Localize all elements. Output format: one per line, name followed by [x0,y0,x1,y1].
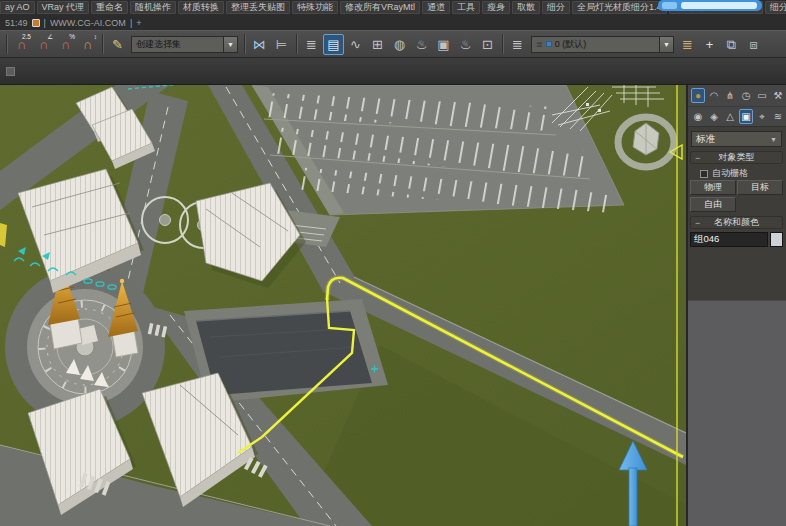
object-type-dropdown[interactable]: 标准 ▼ [691,131,782,147]
angle-snap-icon[interactable]: ∩∠ [33,34,54,55]
object-color-swatch[interactable] [770,232,783,247]
helpers-category-icon[interactable]: ⌖ [755,109,769,124]
menu-item[interactable]: 全局灯光材质细分1.4 [572,1,667,14]
rollout-name-color[interactable]: − 名称和颜色 [690,216,783,229]
autogrid-row: 自动栅格 [700,167,748,180]
video-time: 51:49 [5,18,28,28]
utilities-tab[interactable]: ⚒ [771,88,785,103]
free-camera-button[interactable]: 自由 [690,197,736,212]
toolbar-sub-strip [0,58,786,85]
tab-glyph: ◷ [742,90,751,101]
icon-glyph: ∩ [83,38,92,51]
dropdown-arrow-icon[interactable]: ▼ [659,36,674,53]
graphite-ribbon-icon[interactable]: ▤ [323,34,344,55]
menu-item[interactable]: 整理丢失贴图 [226,1,290,14]
curve-editor-icon[interactable]: ∿ [345,34,366,55]
snap-toggle-icon[interactable]: ∩2.5 [11,34,32,55]
video-overlay-badge [662,2,677,9]
menu-item[interactable]: 重命名 [91,1,128,14]
display-tab[interactable]: ▭ [755,88,769,103]
icon-glyph: ≣ [512,38,523,51]
icon-glyph: ∿ [350,38,361,51]
category-glyph: ≋ [774,111,782,122]
align-icon[interactable]: ⊨ [271,34,292,55]
menu-item[interactable]: 取散 [512,1,540,14]
rollout-title: 对象类型 [719,151,755,164]
collapse-icon[interactable]: − [695,218,700,228]
add-selection-to-layer-icon[interactable]: ⧉ [721,34,742,55]
icon-glyph: ≣ [306,38,317,51]
menu-item[interactable]: 工具 [452,1,480,14]
render-setup-icon[interactable]: ♨ [411,34,432,55]
rollout-object-type[interactable]: − 对象类型 [690,151,783,164]
video-overlay-bar [681,2,757,9]
geometry-category-icon[interactable]: ◉ [691,109,705,124]
create-tab[interactable]: ● [691,88,705,103]
spinner-snap-icon[interactable]: ∩↕ [77,34,98,55]
manage-layers-icon[interactable]: ≣ [507,34,528,55]
edit-named-selection-sets-icon[interactable]: ✎ [107,34,128,55]
autogrid-checkbox[interactable] [700,170,708,178]
spacewarps-category-icon[interactable]: ≋ [771,109,785,124]
menu-item[interactable]: 特殊功能 [292,1,338,14]
material-editor-icon[interactable]: ◍ [389,34,410,55]
icon-glyph: ⋈ [253,38,266,51]
separator: | [44,18,46,28]
rendered-frame-window-icon[interactable]: ▣ [433,34,454,55]
menu-item[interactable]: 随机操作 [130,1,176,14]
render-elements-icon[interactable]: ⊡ [477,34,498,55]
lights-category-icon[interactable]: △ [723,109,737,124]
command-panel-tabs: ●◠⋔◷▭⚒ [688,85,786,107]
icon-glyph: ▣ [437,38,449,51]
category-glyph: ⌖ [759,111,765,123]
schematic-view-icon[interactable]: ⊞ [367,34,388,55]
cameras-category-icon[interactable]: ▣ [739,109,753,124]
layer-manager-icon[interactable]: ≣ [301,34,322,55]
menu-item[interactable]: 通道 [422,1,450,14]
menu-item[interactable]: VRay 代理 [37,1,90,14]
toolbar-separator [502,34,503,54]
layer-mini-icon: ≣ [536,40,543,49]
motion-tab[interactable]: ◷ [739,88,753,103]
icon-glyph: + [706,38,714,51]
icon-glyph: ⊞ [372,38,383,51]
collapse-icon[interactable]: − [695,153,700,163]
toolbar-separator [102,34,103,54]
menu-item[interactable]: 细分 [542,1,570,14]
shapes-category-icon[interactable]: ◈ [707,109,721,124]
tab-glyph: ⚒ [774,90,783,101]
icon-glyph: ≣ [682,38,693,51]
watermark-row: 51:49 | WWW.CG-AI.COM | + [0,15,786,30]
dropdown-arrow-icon[interactable]: ▼ [223,36,238,53]
tab-glyph: ⋔ [726,90,734,101]
percent-snap-icon[interactable]: ∩% [55,34,76,55]
icon-glyph: ⧉ [727,38,736,51]
render-production-icon[interactable]: ♨ [455,34,476,55]
hierarchy-tab[interactable]: ⋔ [723,88,737,103]
menu-item[interactable]: 细分 [765,1,786,14]
name-color-row: 组046 [690,232,783,247]
target-camera-button[interactable]: 目标 [737,180,783,195]
select-objects-in-layer-icon[interactable]: ⧈ [743,34,764,55]
icon-glyph: ⊨ [276,38,287,51]
viewport-3d[interactable] [0,85,686,526]
menu-item[interactable]: ay AO [0,1,35,14]
selection-set-value: 创建选择集 [136,38,181,51]
icon-glyph: ▤ [327,38,339,51]
menu-item[interactable]: 修改所有VRayMtl [340,1,420,14]
named-selection-set-dropdown[interactable]: 创建选择集 ▼ [131,36,238,53]
object-name-field[interactable]: 组046 [690,232,768,247]
tab-glyph: ◠ [710,90,719,101]
chevron-down-icon: ▼ [770,136,777,143]
object-type-value: 标准 [696,133,715,146]
icon-glyph: ♨ [416,38,428,51]
layer-explorer-icon[interactable]: ≣ [677,34,698,55]
physical-camera-button[interactable]: 物理 [690,180,736,195]
layer-dropdown[interactable]: ≣ 0 (默认) ▼ [531,36,674,53]
create-new-layer-icon[interactable]: + [699,34,720,55]
modify-tab[interactable]: ◠ [707,88,721,103]
mirror-icon[interactable]: ⋈ [249,34,270,55]
menu-item[interactable]: 材质转换 [178,1,224,14]
menu-item[interactable]: 瘦身 [482,1,510,14]
command-panel: ●◠⋔◷▭⚒ ◉◈△▣⌖≋ 标准 ▼ − 对象类型 自动栅格 物理 目标 自由 … [686,85,786,526]
